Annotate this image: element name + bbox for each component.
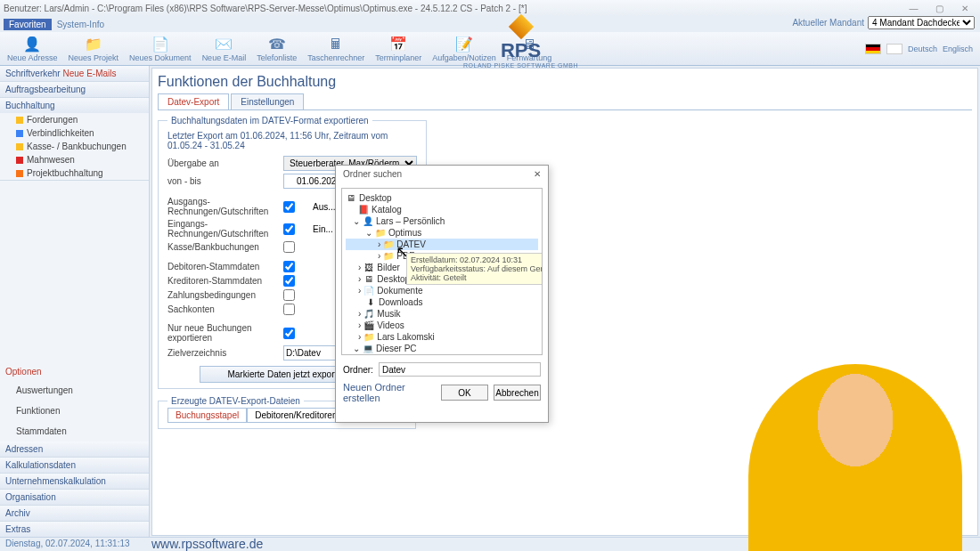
page-title: Funktionen der Buchhaltung [158,74,972,90]
menu-systeminfo[interactable]: System-Info [52,19,110,30]
folder-dialog: Ordner suchen ✕ 🖥Desktop 📕Katalog ⌄👤Lars… [335,165,549,423]
close-icon[interactable]: ✕ [953,4,976,13]
tree-dieserpc: ⌄💻Dieser PC [346,343,538,354]
side-kalkulation[interactable]: Kalkulationsdaten [0,458,149,473]
lbl-vonbis: von - bis [167,176,283,186]
side-archiv[interactable]: Archiv [0,506,149,521]
tree-lokc: ›💽Lokaler Datenträger (C:) [346,354,538,355]
tb-terminplaner[interactable]: 📅Terminplaner [375,36,421,62]
app-title: Benutzer: Lars/Admin - C:\Program Files … [4,4,527,13]
lbl-kred: Kreditoren-Stammdaten [167,276,283,286]
btn-abbrechen[interactable]: Abbrechen [494,385,541,401]
input-ordner[interactable] [379,362,541,377]
titlebar: Benutzer: Lars/Admin - C:\Program Files … [0,0,980,16]
flag-en-icon[interactable] [886,44,902,54]
logo-icon [508,14,533,39]
side-funktionen[interactable]: Funktionen [5,404,143,417]
lbl-ausgang: Ausgangs-Rechnungen/Gutschriften [167,197,283,216]
website-label: www.rpssoftware.de [151,537,263,551]
tb-neues-dokument[interactable]: 📄Neues Dokument [129,36,192,62]
lbl-sach: Sachkonten [167,304,283,314]
tb-taschenrechner[interactable]: 🖩Taschenrechner [307,36,364,62]
lbl-uebergabe: Übergabe an [167,158,283,168]
lbl-eingang: Eingangs-Rechnungen/Gutschriften [167,219,283,239]
folder-tree[interactable]: 🖥Desktop 📕Katalog ⌄👤Lars – Persönlich ⌄📁… [341,188,543,355]
logo: RPS ROLAND PISKE SOFTWARE GMBH [463,16,578,69]
side-mahnwesen[interactable]: Mahnwesen [0,153,149,166]
dialog-title: Ordner suchen [343,169,402,179]
window-controls[interactable]: — ▢ ✕ [902,4,976,13]
cb-kasse[interactable] [283,241,295,253]
cb-ausgang[interactable] [283,201,295,213]
minimize-icon[interactable]: — [902,4,925,13]
tab-debkred[interactable]: Debitoren/Kreditoren [247,408,345,422]
fieldset-legend-2: Erzeugte DATEV-Export-Dateien [167,396,304,406]
side-adressen[interactable]: Adressen [0,442,149,457]
side-verbindlichkeiten[interactable]: Verbindlichkeiten [0,126,149,140]
lang-de[interactable]: Deutsch [908,45,937,53]
side-extras[interactable]: Extras [0,522,149,537]
side-auftrag[interactable]: Auftragsbearbeitung [0,82,149,97]
side-optionen[interactable]: Optionen [0,363,149,380]
cb-zahl[interactable] [283,289,295,301]
mandant-select[interactable]: 4 Mandant Dachdecker [868,16,975,29]
fieldset-legend-1: Buchhaltungsdaten im DATEV-Format export… [167,116,372,126]
lang-en[interactable]: Englisch [943,45,973,53]
side-organisation[interactable]: Organisation [0,490,149,505]
tab-datev-export[interactable]: Datev-Export [158,93,229,109]
tree-downloads: ⬇Downloads [346,296,538,308]
lbl-zahl: Zahlungsbedingungen [167,290,283,300]
tb-telefonliste[interactable]: ☎Telefonliste [257,36,297,62]
tab-buchungsstapel[interactable]: Buchungsstapel [167,408,247,422]
cb-kred[interactable] [283,275,295,287]
cb-sach[interactable] [283,304,295,315]
last-export-info: Letzter Export am 01.06.2024, 11:56 Uhr,… [167,131,417,150]
lbl-deb: Debitoren-Stammdaten [167,262,283,271]
dialog-close-icon[interactable]: ✕ [534,169,541,179]
side-projektbuchhaltung[interactable]: Projektbuchhaltung [0,166,149,180]
tree-optimus: ⌄📁Optimus [346,227,538,239]
menu-favoriten[interactable]: Favoriten [4,19,52,30]
side-auswertungen[interactable]: Auswertungen [5,384,143,397]
cb-eingang[interactable] [283,223,295,235]
lbl-kasse: Kasse/Bankbuchungen [167,242,283,252]
lbl-ordner: Ordner: [343,365,373,375]
tree-katalog: 📕Katalog [346,204,538,215]
toolbar: 👤Neue Adresse 📁Neues Projekt 📄Neues Doku… [0,32,980,66]
maximize-icon[interactable]: ▢ [927,4,951,13]
side-kasse[interactable]: Kasse- / Bankbuchungen [0,140,149,153]
side-unternehmen[interactable]: Unternehmenskalkulation [0,474,149,489]
tree-lars: ⌄👤Lars – Persönlich [346,215,538,227]
tb-neues-projekt[interactable]: 📁Neues Projekt [69,36,119,62]
sidebar: Schriftverkehr Neue E-Mails Auftragsbear… [0,66,150,538]
tree-videos: ›🎬Videos [346,320,538,331]
tb-neue-email[interactable]: ✉️Neue E-Mail [202,36,247,62]
mandant-label: Aktueller Mandant [792,18,864,28]
tab-einstellungen[interactable]: Einstellungen [231,93,304,109]
btn-ok[interactable]: OK [441,385,488,401]
side-schriftverkehr[interactable]: Schriftverkehr Neue E-Mails [0,66,149,81]
tree-desktop: 🖥Desktop [346,192,538,204]
flag-de-icon[interactable] [865,44,881,54]
side-buchhaltung[interactable]: Buchhaltung [0,98,149,113]
cb-deb[interactable] [283,261,295,272]
side-forderungen[interactable]: Forderungen [0,113,149,126]
tree-datev: ›📁DATEV [346,239,538,250]
lbl-ziel: Zielverzeichnis [167,348,283,358]
tooltip: Erstelldatum: 02.07.2024 10:31Verfügbark… [406,253,543,285]
lbl-nurneu: Nur neue Buchungen exportieren [167,323,283,343]
cb-nurneu[interactable] [283,328,295,339]
side-stammdaten[interactable]: Stammdaten [5,425,143,438]
tb-neue-adresse[interactable]: 👤Neue Adresse [7,36,58,62]
tree-dokumente: ›📄Dokumente [346,285,538,296]
tree-musik: ›🎵Musik [346,308,538,320]
tree-larslak: ›📁Lars Lakomski [346,331,538,343]
btn-neuer-ordner[interactable]: Neuen Ordner erstellen [343,382,436,403]
